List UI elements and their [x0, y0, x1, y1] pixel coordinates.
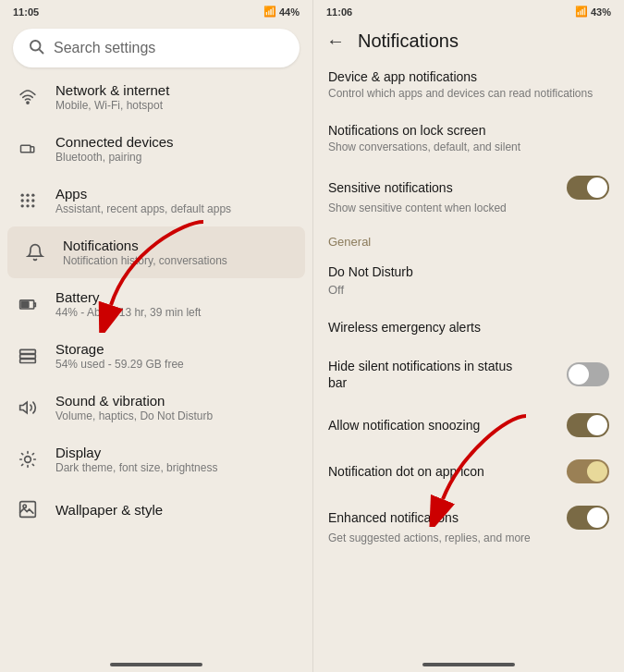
notifications-text: Notifications Notification history, conv…: [63, 238, 227, 267]
svg-rect-3: [21, 145, 31, 153]
notif-snoozing-title: Allow notification snoozing: [328, 417, 480, 434]
notif-item-lock-screen-row: Notifications on lock screen: [328, 122, 609, 139]
notif-item-device-app[interactable]: Device & app notifications Control which…: [313, 57, 624, 111]
settings-item-connected[interactable]: Connected devices Bluetooth, pairing: [0, 123, 312, 175]
settings-item-apps[interactable]: Apps Assistant, recent apps, default app…: [0, 175, 312, 226]
settings-item-sound[interactable]: Sound & vibration Volume, haptics, Do No…: [0, 382, 312, 434]
wallpaper-text: Wallpaper & style: [55, 502, 163, 518]
notif-item-hide-silent[interactable]: Hide silent notifications in status bar: [313, 347, 624, 402]
svg-point-11: [26, 204, 29, 207]
settings-item-notifications[interactable]: Notifications Notification history, conv…: [7, 226, 305, 278]
toggle-hide-silent-knob: [569, 364, 589, 385]
battery-title: Battery: [55, 289, 201, 305]
network-text: Network & internet Mobile, Wi-Fi, hotspo…: [55, 82, 169, 112]
status-icons-left: 📶 44%: [263, 6, 300, 18]
search-bar[interactable]: Search settings: [13, 29, 300, 67]
settings-item-battery[interactable]: Battery 44% - About 13 hr, 39 min left: [0, 278, 312, 330]
svg-rect-14: [21, 302, 28, 308]
svg-point-5: [26, 194, 29, 197]
apps-title: Apps: [55, 186, 231, 202]
svg-point-21: [23, 505, 26, 507]
status-icons-right: 📶 43%: [575, 6, 611, 18]
display-text: Display Dark theme, font size, brightnes…: [55, 445, 217, 474]
toggle-dot[interactable]: [567, 459, 609, 483]
left-panel: 11:05 📶 44% Search settings: [0, 0, 312, 672]
notif-item-dnd[interactable]: Do Not Disturb Off: [313, 252, 624, 307]
toggle-snoozing-knob: [587, 415, 607, 435]
notif-item-lock-screen[interactable]: Notifications on lock screen Show conver…: [313, 111, 624, 165]
sound-subtitle: Volume, haptics, Do Not Disturb: [55, 409, 213, 422]
notif-emergency-title: Wireless emergency alerts: [328, 319, 481, 336]
notif-item-dot-row: Notification dot on app icon: [328, 459, 609, 483]
signal-icon-right: 📶: [575, 6, 588, 18]
bottom-bar-left: [0, 657, 312, 672]
notif-item-enhanced[interactable]: Enhanced notifications Get suggested act…: [313, 495, 624, 556]
network-subtitle: Mobile, Wi-Fi, hotspot: [55, 99, 169, 112]
bottom-indicator-left: [110, 663, 202, 666]
notif-item-emergency[interactable]: Wireless emergency alerts: [313, 308, 624, 347]
notif-item-dot[interactable]: Notification dot on app icon: [313, 448, 624, 495]
bottom-bar-right: [313, 657, 624, 672]
notif-item-snoozing-row: Allow notification snoozing: [328, 413, 609, 437]
toggle-hide-silent[interactable]: [567, 362, 609, 386]
notif-item-hide-silent-row: Hide silent notifications in status bar: [328, 358, 609, 391]
notif-item-enhanced-row: Enhanced notifications: [328, 506, 609, 530]
notif-item-dnd-row: Do Not Disturb: [328, 263, 609, 280]
settings-item-wallpaper[interactable]: Wallpaper & style: [0, 485, 312, 533]
svg-point-8: [26, 199, 29, 202]
time-right: 11:06: [326, 6, 352, 18]
toggle-sensitive-knob: [587, 177, 607, 198]
toggle-snoozing[interactable]: [567, 413, 609, 437]
notif-item-sensitive[interactable]: Sensitive notifications Show sensitive c…: [313, 165, 624, 226]
devices-icon: [15, 136, 41, 162]
sound-text: Sound & vibration Volume, haptics, Do No…: [55, 393, 213, 422]
svg-rect-15: [20, 349, 36, 353]
back-button[interactable]: ←: [326, 31, 345, 52]
sound-title: Sound & vibration: [55, 393, 213, 409]
connected-title: Connected devices: [55, 134, 174, 150]
wallpaper-icon: [15, 496, 41, 522]
search-icon: [28, 38, 44, 58]
battery-icon-right: 43%: [591, 6, 611, 18]
settings-item-network[interactable]: Network & internet Mobile, Wi-Fi, hotspo…: [0, 71, 312, 123]
toggle-enhanced[interactable]: [567, 506, 609, 530]
storage-subtitle: 54% used - 59.29 GB free: [55, 358, 184, 371]
connected-subtitle: Bluetooth, pairing: [55, 151, 174, 164]
general-section-label: General: [313, 226, 624, 252]
notifications-title: Notifications: [63, 238, 227, 253]
time-left: 11:05: [13, 6, 39, 18]
notif-lock-screen-title: Notifications on lock screen: [328, 122, 485, 139]
notif-item-snoozing[interactable]: Allow notification snoozing: [313, 402, 624, 448]
display-title: Display: [55, 445, 217, 460]
volume-icon: [15, 395, 41, 421]
apps-icon: [15, 188, 41, 214]
svg-marker-18: [20, 402, 28, 413]
notif-dot-title: Notification dot on app icon: [328, 463, 484, 480]
svg-line-1: [39, 49, 43, 53]
page-header: ← Notifications: [313, 21, 624, 57]
toggle-dot-knob: [587, 461, 607, 482]
battery-text: Battery 44% - About 13 hr, 39 min left: [55, 289, 201, 319]
toggle-sensitive[interactable]: [567, 176, 609, 200]
connected-text: Connected devices Bluetooth, pairing: [55, 134, 174, 164]
svg-rect-17: [20, 359, 36, 362]
svg-point-10: [21, 204, 24, 207]
storage-icon: [15, 343, 41, 369]
svg-point-4: [21, 194, 24, 197]
network-title: Network & internet: [55, 82, 169, 98]
notif-enhanced-title: Enhanced notifications: [328, 509, 459, 526]
notif-hide-silent-title: Hide silent notifications in status bar: [328, 358, 532, 391]
notif-sensitive-subtitle: Show sensitive content when locked: [328, 202, 609, 214]
bottom-indicator-right: [422, 663, 515, 666]
apps-subtitle: Assistant, recent apps, default apps: [55, 202, 231, 215]
page-title: Notifications: [358, 31, 459, 52]
signal-icon: 📶: [263, 6, 276, 18]
svg-point-12: [31, 204, 34, 207]
settings-item-storage[interactable]: Storage 54% used - 59.29 GB free: [0, 330, 312, 382]
notif-lock-screen-subtitle: Show conversations, default, and silent: [328, 141, 609, 153]
notif-item-device-app-row: Device & app notifications: [328, 68, 609, 85]
display-subtitle: Dark theme, font size, brightness: [55, 461, 217, 474]
svg-point-6: [31, 194, 34, 197]
storage-text: Storage 54% used - 59.29 GB free: [55, 341, 184, 371]
settings-item-display[interactable]: Display Dark theme, font size, brightnes…: [0, 434, 312, 485]
